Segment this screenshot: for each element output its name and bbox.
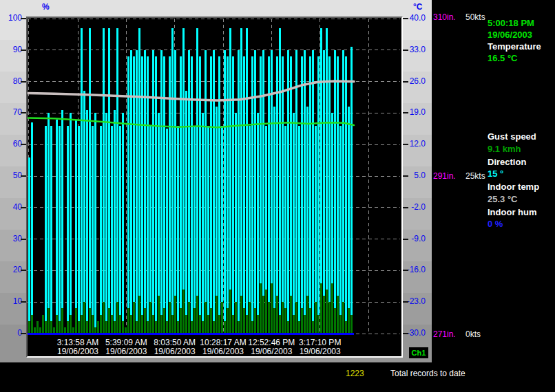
gust-bar <box>130 315 132 334</box>
gust-bar <box>342 302 344 334</box>
reading-gust-speed-label: Gust speed <box>488 131 536 142</box>
reading-temperature-label: Temperature <box>488 41 541 52</box>
gust-bar <box>265 290 267 334</box>
gust-bar <box>240 296 242 334</box>
gust-bar <box>301 308 303 334</box>
humidity-bar <box>312 50 314 334</box>
time-axis-label: 3:17:10 PM19/06/2003 <box>282 338 359 356</box>
gust-bar <box>114 321 116 334</box>
humidity-bar <box>59 126 61 334</box>
gust-bar <box>158 296 160 334</box>
reading-direction-label: Direction <box>488 157 526 167</box>
gust-bar <box>251 321 253 334</box>
reading-date: 19/06/2003 <box>488 30 532 40</box>
gust-bar <box>282 302 284 334</box>
channel-indicator[interactable]: Ch1 <box>409 347 428 358</box>
humidity-bar <box>103 28 105 334</box>
reading-indoor-temp-label: Indoor temp <box>488 182 539 192</box>
humidity-bar <box>152 50 154 334</box>
gust-bar <box>56 315 58 334</box>
right-axis-tick-mark <box>403 333 408 334</box>
chart-svg <box>28 18 401 356</box>
gust-bar <box>334 308 336 334</box>
humidity-bar <box>323 50 325 334</box>
left-axis-tick-mark <box>21 270 26 271</box>
barometer-scale-label: 291in. <box>433 171 465 181</box>
humidity-bar <box>309 56 311 334</box>
humidity-bar <box>287 50 289 334</box>
gust-bar <box>328 302 331 334</box>
gust-bar <box>207 315 209 334</box>
humidity-bar <box>182 28 185 334</box>
gust-bar <box>177 321 179 334</box>
right-axis-unit: °C <box>413 2 422 12</box>
gust-bar <box>133 302 135 334</box>
left-axis-tick: 50 <box>0 171 22 181</box>
gust-bar <box>249 302 251 334</box>
right-axis-tick-mark <box>403 239 408 240</box>
humidity-bar <box>94 113 96 334</box>
gust-bar <box>309 308 311 334</box>
left-axis-tick: 0 <box>0 328 22 338</box>
humidity-bar <box>166 129 168 334</box>
humidity-bar <box>207 126 209 334</box>
humidity-bar <box>108 28 110 334</box>
humidity-bar <box>174 50 176 334</box>
chart-panel: % °C 1009080706050403020100 40.033.026.0… <box>0 0 432 362</box>
humidity-bar <box>136 50 138 334</box>
total-records-label: Total records to date <box>390 369 465 378</box>
gust-bar <box>144 308 146 334</box>
humidity-bar <box>334 50 336 334</box>
humidity-bar <box>61 110 63 334</box>
gust-bar <box>224 321 226 334</box>
gust-bar <box>196 296 198 334</box>
gust-bar <box>61 308 63 334</box>
humidity-bar <box>199 56 201 334</box>
humidity-bar <box>348 107 350 334</box>
gust-bar <box>50 321 52 334</box>
gust-bar <box>339 315 342 334</box>
humidity-bar <box>78 126 80 334</box>
gust-bar <box>298 321 300 334</box>
humidity-bar <box>240 28 242 334</box>
humidity-bar <box>295 50 297 334</box>
humidity-bar <box>122 113 124 334</box>
left-axis-tick-mark <box>21 81 26 83</box>
gust-bar <box>345 321 347 334</box>
humidity-bar <box>257 113 259 334</box>
right-axis-tick-mark <box>403 144 408 145</box>
humidity-bar <box>92 126 94 334</box>
gust-bar <box>238 321 240 334</box>
gust-bar <box>70 315 72 334</box>
humidity-bar <box>50 126 52 334</box>
humidity-bar <box>86 110 88 334</box>
gust-bar <box>210 308 212 334</box>
left-axis-tick-mark <box>21 18 26 19</box>
gust-bar <box>304 315 306 334</box>
gust-bar <box>185 315 187 334</box>
humidity-bar <box>342 50 344 334</box>
gust-bar <box>317 315 320 334</box>
gust-bar <box>260 283 262 334</box>
humidity-bar <box>298 126 300 334</box>
gust-bar <box>243 308 245 334</box>
left-axis-tick-mark <box>21 239 26 240</box>
humidity-bar <box>89 28 91 334</box>
time-axis-date: 19/06/2003 <box>282 347 359 356</box>
humidity-bar <box>196 28 198 334</box>
humidity-bar <box>232 56 234 334</box>
humidity-bar <box>191 56 193 334</box>
gust-bar <box>48 308 50 334</box>
gust-bar <box>86 321 88 334</box>
gust-bar <box>262 296 264 334</box>
humidity-bar <box>290 56 292 334</box>
gust-bar <box>138 296 140 334</box>
gust-bar <box>105 321 107 334</box>
reading-indoor-hum-value: 0 % <box>488 219 503 229</box>
humidity-bar <box>210 56 212 334</box>
gust-bar <box>67 321 69 334</box>
right-axis-tick-mark <box>403 50 408 51</box>
gust-bar <box>111 315 113 334</box>
humidity-bar <box>268 56 270 334</box>
reading-indoor-temp-value: 25.3 °C <box>488 194 518 204</box>
